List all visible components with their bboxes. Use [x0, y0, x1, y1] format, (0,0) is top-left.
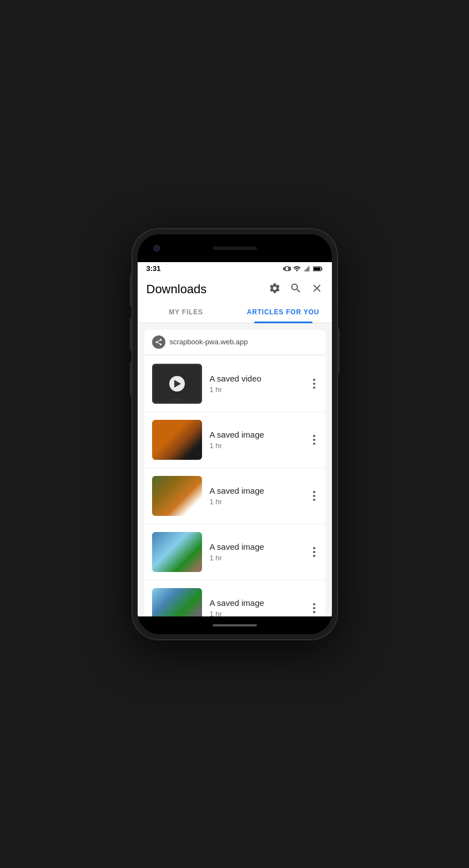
image-thumbnail [152, 420, 202, 460]
dot [313, 499, 315, 501]
source-url: scrapbook-pwa.web.app [170, 338, 248, 346]
battery-icon [313, 265, 323, 273]
item-info: A saved image 1 hr [210, 430, 303, 450]
item-title: A saved video [210, 374, 303, 383]
home-bar [213, 624, 257, 626]
phone-frame: 3:31 Downloads [132, 229, 337, 640]
close-icon[interactable] [311, 282, 323, 297]
monitor-stand [172, 399, 183, 401]
dot [313, 611, 315, 613]
item-menu-button[interactable] [311, 601, 317, 615]
play-triangle [174, 380, 181, 388]
list-item: A saved video 1 hr [144, 356, 325, 412]
content-area: scrapbook-pwa.web.app A saved video 1 hr [138, 323, 332, 616]
tab-my-files[interactable]: MY FILES [138, 302, 235, 323]
item-title: A saved image [210, 542, 303, 551]
dot [313, 551, 315, 553]
phone-top-bar [138, 234, 332, 262]
phone-screen: 3:31 Downloads [138, 234, 332, 634]
dot [313, 443, 315, 445]
share-icon [152, 335, 165, 349]
status-icons [283, 265, 323, 273]
dot [313, 383, 315, 385]
status-time: 3:31 [147, 264, 161, 273]
svg-rect-2 [314, 267, 320, 270]
dot [313, 607, 315, 609]
item-title: A saved image [210, 598, 303, 608]
item-menu-button[interactable] [311, 489, 317, 503]
list-item: A saved image 1 hr [144, 580, 325, 616]
dot [313, 603, 315, 605]
item-menu-button[interactable] [311, 433, 317, 447]
search-icon[interactable] [290, 282, 302, 297]
item-title: A saved image [210, 486, 303, 495]
list-item: A saved image 1 hr [144, 524, 325, 580]
dot [313, 555, 315, 557]
signal-icon [303, 265, 311, 273]
speaker [213, 247, 257, 250]
camera [153, 245, 160, 252]
item-menu-button[interactable] [311, 377, 317, 391]
app-header: Downloads [138, 275, 332, 297]
item-title: A saved image [210, 430, 303, 439]
play-button [169, 376, 185, 392]
tab-articles-for-you[interactable]: ARTICLES FOR YOU [235, 302, 332, 323]
svg-rect-1 [321, 268, 322, 270]
image-thumbnail [152, 476, 202, 516]
source-card: scrapbook-pwa.web.app [144, 330, 325, 355]
dot [313, 491, 315, 493]
list-item: A saved image 1 hr [144, 412, 325, 468]
phone-bottom-bar [138, 616, 332, 634]
item-info: A saved image 1 hr [210, 542, 303, 562]
header-icons [269, 282, 323, 297]
dot [313, 439, 315, 441]
image-thumbnail [152, 532, 202, 572]
page-title: Downloads [147, 282, 207, 297]
item-meta: 1 hr [210, 554, 303, 562]
dot [313, 379, 315, 381]
item-info: A saved image 1 hr [210, 598, 303, 616]
item-info: A saved video 1 hr [210, 374, 303, 394]
status-bar: 3:31 [138, 262, 332, 275]
dot [313, 547, 315, 549]
item-meta: 1 hr [210, 498, 303, 506]
settings-icon[interactable] [269, 282, 281, 297]
video-thumbnail [152, 364, 202, 404]
item-info: A saved image 1 hr [210, 486, 303, 506]
item-meta: 1 hr [210, 441, 303, 450]
dot [313, 495, 315, 497]
vibrate-icon [283, 265, 291, 273]
tabs: MY FILES ARTICLES FOR YOU [138, 302, 332, 323]
image-thumbnail [152, 588, 202, 616]
item-menu-button[interactable] [311, 545, 317, 559]
item-meta: 1 hr [210, 610, 303, 616]
dot [313, 435, 315, 437]
wifi-icon [293, 265, 301, 273]
item-meta: 1 hr [210, 385, 303, 394]
dot [313, 387, 315, 389]
app-content: Downloads [138, 275, 332, 616]
list-item: A saved image 1 hr [144, 468, 325, 524]
